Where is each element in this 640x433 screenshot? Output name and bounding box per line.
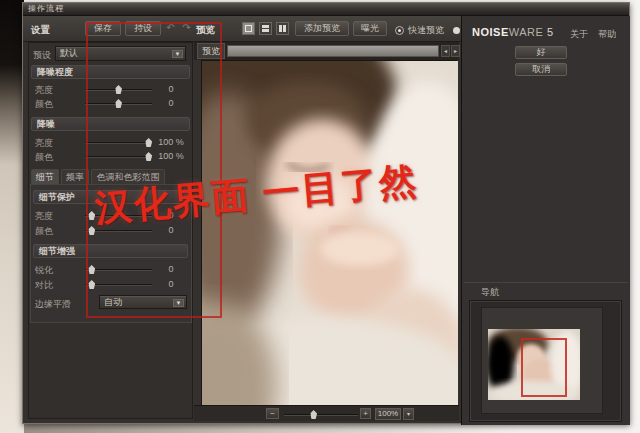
preview-tabstrip: 预览 ◂ ▸ bbox=[194, 42, 459, 60]
photo-woman-resting bbox=[202, 61, 458, 406]
navigator-thumbnail[interactable] bbox=[488, 329, 580, 400]
brand-logo: NOISEWARE 5 bbox=[472, 26, 554, 38]
right-panel: NOISEWARE 5 关于 帮助 好 取消 导航 bbox=[461, 16, 630, 425]
window-title: 操作流程 bbox=[28, 4, 64, 13]
tab-scroll-left-icon[interactable]: ◂ bbox=[441, 45, 450, 57]
zoom-in-button[interactable]: + bbox=[360, 408, 371, 419]
zoom-out-button[interactable]: − bbox=[266, 408, 279, 419]
about-link[interactable]: 关于 bbox=[570, 28, 588, 41]
add-preview-button[interactable]: 添加预览 bbox=[295, 21, 349, 36]
radio-dot-icon bbox=[453, 27, 460, 34]
preset-row-label: 预设 bbox=[33, 49, 51, 62]
navigator-panel bbox=[469, 300, 622, 422]
edge-smooth-label: 边缘平滑 bbox=[35, 298, 71, 311]
desktop-background-bottom bbox=[24, 424, 640, 433]
navigator-frame bbox=[481, 307, 603, 414]
zoom-value[interactable]: 100% bbox=[375, 408, 401, 420]
navigator-view-rectangle[interactable] bbox=[521, 338, 567, 397]
annotation-red-box bbox=[86, 22, 222, 318]
help-link[interactable]: 帮助 bbox=[598, 28, 616, 41]
divider bbox=[464, 282, 628, 283]
zoom-slider-track[interactable] bbox=[284, 414, 358, 416]
view-split-horizontal-icon[interactable] bbox=[259, 22, 272, 35]
zoom-bar: − + 100% ▾ bbox=[194, 405, 459, 421]
ok-button[interactable]: 好 bbox=[515, 46, 567, 59]
cancel-button[interactable]: 取消 bbox=[515, 63, 567, 76]
tab-frequency[interactable]: 频率 bbox=[61, 169, 89, 185]
exposure-button[interactable]: 曝光 bbox=[353, 21, 387, 36]
view-split-vertical-icon[interactable] bbox=[276, 22, 289, 35]
tab-detail[interactable]: 细节 bbox=[31, 169, 59, 185]
radio-selected-icon bbox=[395, 26, 404, 35]
desktop-background-left bbox=[0, 0, 24, 433]
settings-label: 设置 bbox=[31, 24, 50, 37]
radio-fast-preview[interactable]: 快速预览 bbox=[395, 24, 444, 37]
preview-image[interactable] bbox=[201, 60, 457, 405]
navigator-label: 导航 bbox=[481, 286, 499, 299]
window-titlebar[interactable]: 操作流程 bbox=[23, 3, 629, 16]
view-single-icon[interactable] bbox=[242, 22, 255, 35]
tab-scroll-right-icon[interactable]: ▸ bbox=[451, 45, 460, 57]
zoom-slider-thumb[interactable] bbox=[310, 410, 317, 419]
zoom-dropdown-icon[interactable]: ▾ bbox=[403, 408, 414, 420]
tabstrip-empty-area bbox=[227, 45, 439, 57]
